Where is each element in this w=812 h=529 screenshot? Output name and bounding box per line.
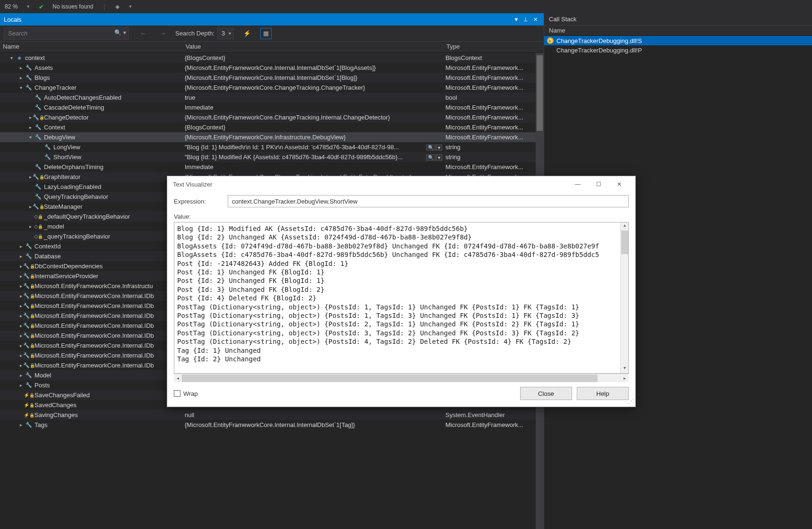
row-name: ShortView (53, 154, 81, 161)
expand-icon[interactable]: ▸ (18, 373, 24, 378)
expand-icon[interactable]: ▸ (18, 244, 24, 249)
expand-icon[interactable]: ▸ (18, 254, 24, 259)
row-name: ChangeTracker (34, 84, 77, 91)
tree-row[interactable]: ▸🔧Tags{Microsoft.EntityFrameworkCore.Int… (0, 420, 544, 430)
close-icon[interactable]: ✕ (609, 177, 630, 191)
wrench-lock-icon: 🔧🔒 (25, 302, 33, 310)
tree-row[interactable]: ▾🔧DebugView{Microsoft.EntityFrameworkCor… (0, 132, 544, 142)
wrench-lock-icon: 🔧🔒 (25, 362, 33, 369)
tree-row[interactable]: ▸🔧🔒ChangeDetector{Microsoft.EntityFramew… (0, 112, 544, 122)
row-type: Microsoft.EntityFramework... (445, 163, 523, 171)
tree-row[interactable]: ▸🔧AutoDetectChangesEnabledtruebool (0, 93, 544, 102)
row-type: Microsoft.EntityFramework... (445, 114, 523, 121)
expand-icon[interactable]: ▾ (18, 85, 24, 90)
status-bar: 82 % ▼ ✔ No issues found | ◈ ▼ (0, 0, 812, 13)
expand-icon[interactable]: ▾ (9, 55, 14, 60)
tree-row[interactable]: ▸🔧LongView"Blog {Id: 1} Modified\r\n Id:… (0, 142, 544, 152)
row-name: DbContextDependencies (34, 263, 103, 270)
horizontal-scrollbar[interactable]: ◂ ▸ (174, 374, 629, 382)
scroll-right-icon[interactable]: ▸ (621, 375, 629, 381)
search-icon[interactable]: 🔍 (114, 29, 121, 36)
locals-title-bar: Locals ▼ ⊥ ✕ (0, 13, 544, 26)
chevron-down-icon[interactable]: ▼ (128, 4, 132, 9)
tag-icon[interactable]: ◈ (115, 3, 120, 10)
back-button[interactable]: ← (137, 28, 149, 39)
row-name: DeleteOrphansTiming (44, 163, 103, 171)
col-type[interactable]: Type (444, 42, 544, 52)
visualizer-button[interactable]: 🔍▾ (426, 154, 442, 161)
tree-row[interactable]: ▸🔧CascadeDeleteTimingImmediateMicrosoft.… (0, 102, 544, 112)
close-icon[interactable]: ✕ (530, 17, 540, 23)
tree-row[interactable]: ▸🔧Blogs{Microsoft.EntityFrameworkCore.In… (0, 73, 544, 83)
tree-row[interactable]: ▾◈context{BlogsContext}BlogsContext (0, 53, 544, 63)
tree-row[interactable]: ▸🔧ShortView⊶"Blog {Id: 1} Modified AK {A… (0, 152, 544, 162)
tree-row[interactable]: ▾🔧ChangeTracker{Microsoft.EntityFramewor… (0, 83, 544, 93)
row-name: ContextId (34, 243, 61, 250)
chevron-down-icon[interactable]: ▾ (123, 29, 126, 36)
expand-icon[interactable]: ▸ (18, 75, 24, 80)
close-button[interactable]: Close (520, 387, 572, 400)
wrench-icon: 🔧 (25, 421, 33, 429)
expand-icon[interactable]: ▸ (18, 422, 24, 427)
text-visualizer-dialog: Text Visualizer — ☐ ✕ Expression: Value:… (167, 176, 636, 407)
filter-icon[interactable]: ⚡ (241, 28, 253, 39)
wrench-icon: 🔧 (34, 163, 42, 171)
tree-row[interactable]: ▸⚡🔒SavingChangesnullSystem.EventHandler (0, 410, 544, 420)
visualizer-button[interactable]: 🔍▾ (426, 145, 442, 151)
col-value[interactable]: Value (183, 42, 444, 52)
minimize-icon[interactable]: — (567, 177, 588, 191)
forward-button[interactable]: → (157, 28, 169, 39)
callstack-col-name[interactable]: Name (544, 26, 812, 36)
expand-icon[interactable]: ▸ (18, 383, 24, 388)
vertical-scrollbar[interactable]: ▴ ▾ (620, 222, 628, 373)
row-name: SavingChanges (34, 411, 78, 418)
chevron-down-icon[interactable]: ▼ (26, 4, 30, 9)
search-input[interactable] (4, 27, 129, 40)
window-dropdown-icon[interactable]: ▼ (512, 17, 521, 22)
scroll-left-icon[interactable]: ◂ (174, 375, 182, 381)
expand-icon[interactable]: ▾ (27, 135, 33, 140)
expression-input[interactable] (228, 195, 629, 207)
callstack-row[interactable]: ChangeTrackerDebugging.dll!P (544, 45, 812, 55)
event-lock-icon: ⚡🔒 (25, 411, 33, 419)
col-name[interactable]: Name (0, 42, 183, 52)
row-name: Microsoft.EntityFrameworkCore.Internal.I… (34, 352, 154, 359)
row-name: Microsoft.EntityFrameworkCore.Internal.I… (34, 332, 154, 339)
checkbox-icon[interactable] (174, 390, 180, 397)
scroll-thumb[interactable] (182, 375, 598, 382)
maximize-icon[interactable]: ☐ (588, 177, 609, 191)
tree-row[interactable]: ▸🔧DeleteOrphansTimingImmediateMicrosoft.… (0, 162, 544, 172)
row-name: Assets (34, 64, 53, 71)
wrap-checkbox[interactable]: Wrap (174, 390, 198, 397)
help-button[interactable]: Help (577, 387, 629, 400)
wrench-lock-icon: 🔧🔒 (25, 322, 33, 330)
row-name: Posts (34, 382, 50, 389)
expand-icon[interactable]: ▸ (27, 224, 33, 229)
tree-row[interactable]: ▸🔧Assets{Microsoft.EntityFrameworkCore.I… (0, 63, 544, 73)
scroll-thumb[interactable] (621, 230, 628, 254)
expression-label: Expression: (174, 198, 221, 205)
row-name: GraphIterator (44, 173, 80, 180)
row-name: LazyLoadingEnabled (44, 183, 101, 190)
row-name: Context (44, 124, 65, 131)
row-name: SaveChangesFailed (34, 392, 90, 399)
expand-icon[interactable]: ▸ (27, 125, 33, 130)
grid-icon[interactable]: ▦ (260, 28, 272, 39)
search-depth-select[interactable]: 3 (217, 28, 234, 39)
tree-row[interactable]: ▸🔧Context{BlogsContext}Microsoft.EntityF… (0, 122, 544, 132)
value-textarea[interactable]: Blog {Id: 1} Modified AK {AssetsId: c478… (174, 222, 629, 374)
row-name: context (25, 54, 45, 61)
callstack-row[interactable]: ▶ChangeTrackerDebugging.dll!S (544, 36, 812, 45)
row-type: Microsoft.EntityFramework... (445, 421, 523, 428)
scroll-down-icon[interactable]: ▾ (621, 365, 628, 373)
scroll-up-icon[interactable]: ▴ (621, 222, 628, 230)
row-name: QueryTrackingBehavior (44, 193, 108, 200)
expand-icon[interactable]: ▸ (18, 65, 24, 70)
row-value: true (185, 94, 195, 101)
scroll-thumb[interactable] (537, 55, 543, 131)
row-type: Microsoft.EntityFramework... (445, 124, 523, 131)
resize-grip-icon[interactable]: ⋰ (628, 399, 634, 406)
pin-icon[interactable]: ⊥ (521, 17, 530, 23)
dialog-title-bar[interactable]: Text Visualizer — ☐ ✕ (167, 176, 635, 192)
row-name: Database (34, 253, 61, 260)
